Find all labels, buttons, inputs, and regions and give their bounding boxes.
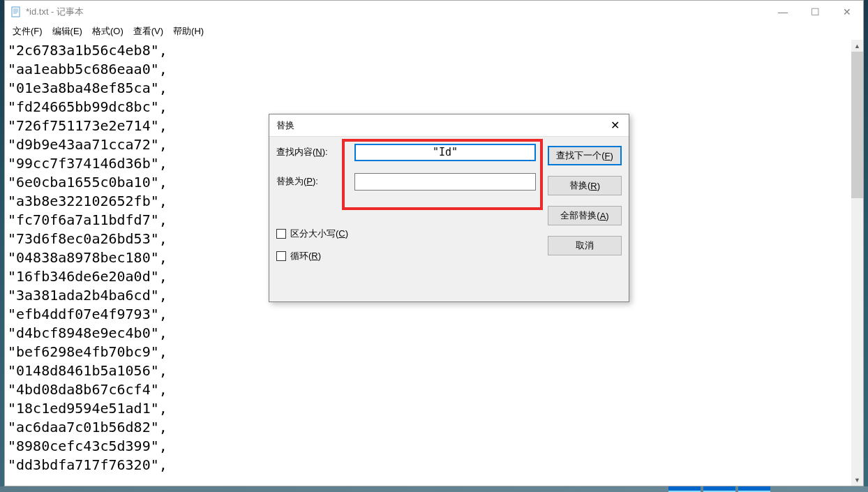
scroll-track[interactable] [851,52,863,474]
taskbar-item[interactable] [738,486,770,492]
replace-label: 替换为(P): [276,175,354,188]
find-label: 查找内容(N): [276,146,354,158]
replace-all-button[interactable]: 全部替换(A) [548,206,622,225]
minimize-button[interactable]: — [767,1,799,23]
menubar: 文件(F) 编辑(E) 格式(O) 查看(V) 帮助(H) [5,23,863,40]
wrap-label: 循环(R) [290,250,321,262]
taskbar-items [668,486,770,492]
dialog-buttons: 查找下一个(F) 替换(R) 全部替换(A) 取消 [548,146,622,255]
scroll-up-arrow[interactable]: ▲ [851,40,863,52]
notepad-icon [10,6,22,17]
dialog-body: 查找内容(N): 替换为(P): 区分大小写(C) 循环(R) 查找下一个(F) [269,137,629,301]
window-controls: — ☐ ✕ [767,1,863,23]
taskbar-item[interactable] [668,486,701,492]
taskbar-item[interactable] [703,486,735,492]
wrap-checkbox[interactable] [276,251,286,261]
menu-view[interactable]: 查看(V) [129,24,167,39]
match-case-checkbox[interactable] [276,229,286,239]
find-next-button[interactable]: 查找下一个(F) [548,146,622,165]
titlebar[interactable]: *id.txt - 记事本 — ☐ ✕ [5,1,863,23]
match-case-label: 区分大小写(C) [290,228,348,240]
scroll-down-arrow[interactable]: ▼ [851,474,863,486]
dialog-close-button[interactable]: ✕ [601,114,629,137]
cancel-button[interactable]: 取消 [548,236,622,255]
menu-edit[interactable]: 编辑(E) [48,24,87,39]
maximize-button[interactable]: ☐ [799,1,831,23]
dialog-title: 替换 [276,119,601,132]
vertical-scrollbar[interactable]: ▲ ▼ [851,40,863,486]
replace-dialog: 替换 ✕ 查找内容(N): 替换为(P): 区分大小写(C) 循环(R) [269,114,629,302]
taskbar[interactable] [0,486,868,492]
menu-help[interactable]: 帮助(H) [169,24,208,39]
replace-button[interactable]: 替换(R) [548,176,622,195]
find-input[interactable] [354,144,536,161]
menu-format[interactable]: 格式(O) [88,24,128,39]
close-button[interactable]: ✕ [831,1,863,23]
replace-input[interactable] [354,173,536,191]
window-title: *id.txt - 记事本 [26,6,767,18]
scroll-thumb[interactable] [851,52,863,198]
dialog-titlebar[interactable]: 替换 ✕ [269,114,629,137]
menu-file[interactable]: 文件(F) [8,24,47,39]
